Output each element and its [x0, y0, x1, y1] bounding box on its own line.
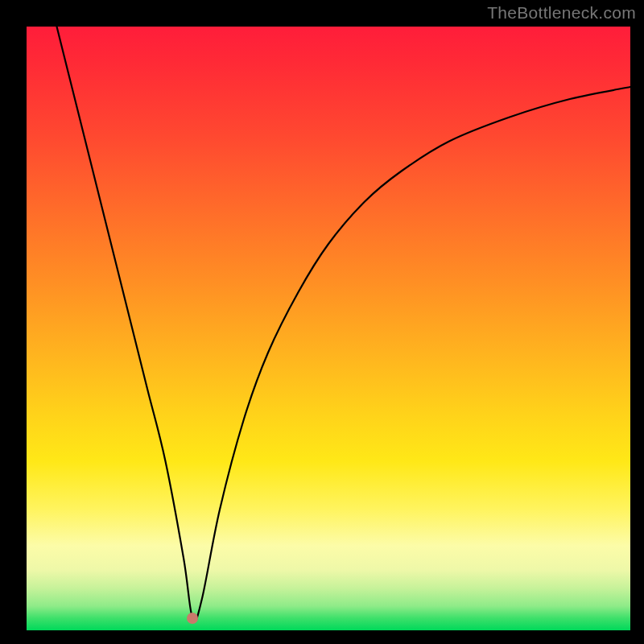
chart-frame: TheBottleneck.com — [0, 0, 644, 644]
bottleneck-curve — [27, 27, 630, 630]
plot-area — [27, 27, 630, 630]
watermark-text: TheBottleneck.com — [487, 3, 636, 23]
